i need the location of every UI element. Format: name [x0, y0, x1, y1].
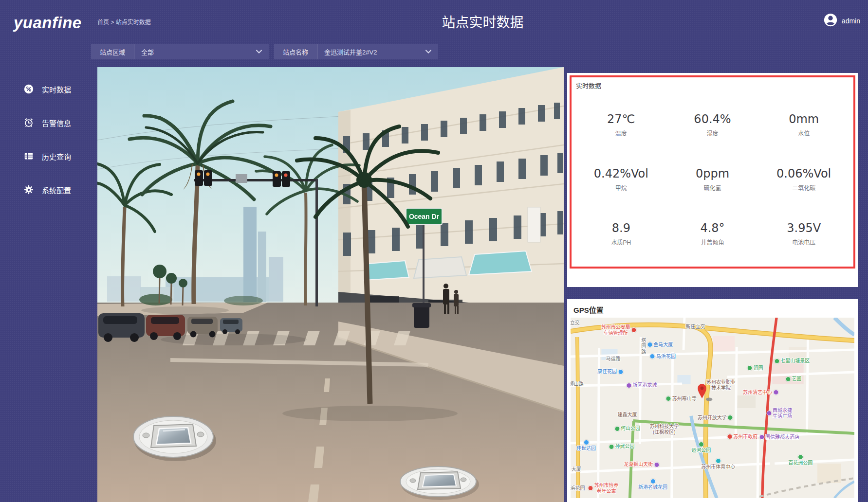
metric-label: 电池电压 — [787, 238, 821, 246]
manhole-cover — [133, 416, 216, 461]
chevron-down-icon — [256, 50, 262, 54]
map-label: 苏州科技大学(江枫校区) — [649, 424, 679, 435]
map[interactable]: 立交苏州市公安局车辆管理所新庄立交塔园路金马大厦马浜花园马运路康佳花园七里山塘景… — [571, 318, 854, 498]
gauge-icon — [23, 84, 34, 94]
metric-co2: 0.06%Vol二氧化碳 — [776, 167, 831, 192]
map-poi-icon — [785, 376, 791, 382]
sidebar-item-realtime[interactable]: 实时数据 — [0, 79, 95, 99]
metric-value: 60.4% — [694, 112, 731, 126]
metric-value: 3.95V — [787, 221, 821, 235]
map-label: 苏州寒山寺 — [666, 396, 697, 402]
map-label: 苏州市公安局车辆管理所 — [601, 324, 637, 336]
metric-label: 硫化氢 — [696, 183, 729, 192]
map-label: 苏州市体育中心 — [701, 458, 735, 470]
region-select[interactable]: 全部 — [134, 44, 269, 59]
user-menu[interactable]: admin — [823, 13, 860, 29]
map-poi-icon — [727, 434, 732, 439]
metric-value: 4.8° — [700, 221, 724, 235]
map-poi-icon — [654, 462, 659, 467]
map-poi-icon — [759, 434, 764, 440]
map-label: 苏州开放大学 — [698, 415, 733, 421]
page-title: 站点实时数据 — [97, 12, 868, 31]
map-label: 佳世达园 — [576, 440, 596, 451]
app-root: yuanfine 首页 > 站点实时数据 站点实时数据 admin 站点区域 全… — [0, 0, 868, 502]
realtime-data-panel: 实时数据 27℃温度 60.4%湿度 0mm水位 0.42%Vol甲烷 0ppm… — [567, 73, 858, 287]
map-poi-icon — [774, 359, 779, 364]
sidebar-item-alarms[interactable]: 告警信息 — [0, 113, 95, 132]
gps-panel-title: GPS位置 — [573, 305, 604, 315]
metric-label: 井盖倾角 — [700, 238, 724, 246]
metric-temperature: 27℃温度 — [607, 112, 635, 137]
street-sign-text: Ocean Dr — [409, 213, 440, 220]
metric-methane: 0.42%Vol甲烷 — [594, 167, 648, 192]
map-label: 艺圃 — [785, 376, 801, 382]
map-label: 大厦 — [572, 466, 581, 472]
metric-ph: 8.9水质PH — [611, 221, 631, 246]
site-select[interactable]: 金迅测试井盖2#V2 — [317, 44, 438, 59]
metric-label: 温度 — [607, 129, 635, 137]
map-label: 运河公园 — [691, 442, 711, 453]
gps-panel: GPS位置 — [567, 299, 858, 502]
map-poi-icon — [666, 396, 671, 401]
map-poi-icon — [699, 442, 704, 447]
map-label: 马运路 — [606, 356, 620, 362]
map-label: 龙湖狮山天街 — [624, 462, 659, 467]
user-name: admin — [842, 17, 860, 25]
map-poi-icon — [650, 479, 656, 484]
sidebar-item-label: 系统配置 — [42, 185, 71, 195]
map-label: 百花洲公园 — [788, 454, 813, 466]
map-label: 西城永捷生活广场 — [766, 408, 792, 419]
metric-value: 0.06%Vol — [776, 167, 831, 180]
site-select-value: 金迅测试井盖2#V2 — [324, 47, 377, 56]
map-poi-icon — [766, 411, 772, 416]
map-label: 建鑫大厦 — [618, 412, 637, 418]
sidebar-item-label: 实时数据 — [42, 84, 71, 94]
region-select-value: 全部 — [141, 47, 154, 56]
map-poi-icon — [728, 415, 733, 420]
metric-battery: 3.95V电池电压 — [787, 221, 821, 246]
map-label: 新港名城花园 — [638, 479, 667, 490]
realtime-frame: 实时数据 27℃温度 60.4%湿度 0mm水位 0.42%Vol甲烷 0ppm… — [570, 75, 855, 269]
region-filter-label: 站点区域 — [91, 44, 134, 59]
map-label: 狮山路 — [571, 381, 584, 387]
chevron-down-icon — [425, 50, 431, 54]
map-label: 苏州市政府 — [727, 434, 757, 440]
sidebar-item-history[interactable]: 历史查询 — [0, 146, 95, 166]
metric-water-level: 0mm水位 — [789, 112, 819, 137]
map-poi-icon — [614, 426, 620, 431]
map-labels: 立交苏州市公安局车辆管理所新庄立交塔园路金马大厦马浜花园马运路康佳花园七里山塘景… — [571, 318, 854, 498]
metric-label: 水质PH — [611, 238, 631, 246]
region-filter[interactable]: 站点区域 全部 — [91, 44, 269, 59]
metric-tilt: 4.8°井盖倾角 — [700, 221, 724, 246]
map-label: 立交 — [571, 320, 580, 326]
map-label: 留园 — [747, 365, 763, 371]
map-poi-icon — [609, 444, 614, 449]
realtime-panel-title: 实时数据 — [576, 81, 601, 90]
site-photo: Ocean Dr — [97, 67, 564, 502]
map-poi-icon — [798, 454, 803, 460]
map-poi-icon — [588, 485, 593, 491]
trash-bin — [412, 303, 431, 328]
map-label: 七里山塘景区 — [774, 358, 810, 364]
map-label: 何山公园 — [614, 426, 640, 431]
metric-value: 8.9 — [611, 221, 631, 235]
map-label: 塔园路 — [640, 338, 646, 355]
metric-label: 水位 — [789, 129, 819, 137]
map-poi-icon — [716, 458, 721, 464]
map-label: 苏州农业职业技术学院 — [706, 379, 736, 391]
map-poi-icon — [618, 369, 623, 375]
map-poi-icon — [650, 354, 655, 359]
map-poi-icon — [584, 440, 589, 445]
site-filter[interactable]: 站点名称 金迅测试井盖2#V2 — [274, 44, 438, 59]
map-poi-icon — [631, 327, 637, 333]
alarm-icon — [23, 117, 34, 128]
metric-value: 0mm — [789, 112, 819, 126]
metric-value: 0.42%Vol — [594, 167, 648, 180]
metric-value: 27℃ — [607, 112, 635, 126]
map-label: 孙武公园 — [609, 444, 634, 449]
site-filter-label: 站点名称 — [274, 44, 317, 59]
map-poi-icon — [773, 390, 778, 395]
metric-label: 湿度 — [694, 129, 731, 137]
sidebar-item-settings[interactable]: 系统配置 — [0, 180, 95, 199]
map-label: 苏州清艺中心 — [743, 390, 778, 395]
